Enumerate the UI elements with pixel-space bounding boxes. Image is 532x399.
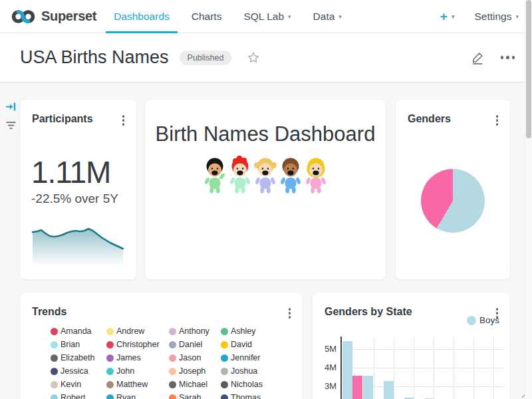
legend-item-amanda[interactable]: Amanda [51, 325, 106, 338]
gridline-x [434, 336, 434, 399]
legend-dot [221, 341, 228, 348]
dashboard-canvas: Participants 1.11M -22.5% over 5Y Birth … [0, 82, 532, 399]
legend-item-jason[interactable]: Jason [169, 351, 221, 364]
legend-dot [221, 368, 228, 375]
gridline-x [414, 336, 414, 399]
superset-app: Superset DashboardsChartsSQL Lab▾Data▾ +… [0, 0, 532, 399]
y-axis [340, 336, 342, 399]
legend-item-matthew[interactable]: Matthew [106, 378, 169, 391]
genders-pie-chart[interactable] [421, 169, 485, 233]
legend-item-andrew[interactable]: Andrew [106, 325, 169, 338]
chart-title: Genders by State [325, 306, 412, 318]
status-badge[interactable]: Published [180, 51, 232, 65]
legend-dot [51, 394, 58, 399]
favorite-star-icon[interactable] [246, 51, 261, 65]
legend-item-kevin[interactable]: Kevin [51, 378, 106, 391]
legend-item-brian[interactable]: Brian [51, 338, 106, 351]
y-tick-label: 3M [313, 381, 336, 391]
legend-dot [106, 341, 114, 348]
chevron-down-icon: ▾ [515, 13, 519, 20]
legend-item-ashley[interactable]: Ashley [221, 325, 281, 338]
legend-item-joseph[interactable]: Joseph [169, 364, 221, 378]
gridline-y [341, 368, 504, 368]
legend-dot [221, 354, 228, 362]
bar-boys-0[interactable] [342, 341, 352, 399]
legend-item-john[interactable]: John [106, 364, 169, 378]
superset-logo-icon[interactable] [11, 7, 36, 27]
legend-item-joshua[interactable]: Joshua [221, 364, 281, 378]
y-tick-label: 4M [313, 362, 336, 372]
legend-item-thomas[interactable]: Thomas [221, 391, 281, 399]
legend-dot [169, 328, 176, 335]
legend-dot [51, 341, 58, 348]
legend-item-boys[interactable]: Boys [467, 315, 499, 325]
legend-item-jennifer[interactable]: Jennifer [221, 351, 281, 364]
legend-dot [221, 394, 228, 399]
markdown-title: Birth Names Dashboard [145, 122, 386, 146]
nav-item-data[interactable]: Data▾ [313, 0, 342, 33]
legend-item-james[interactable]: James [106, 351, 169, 364]
chevron-down-icon: ▾ [452, 13, 455, 20]
chart-card-trends: Trends AmandaAndrewAnthonyAshleyBrianChr… [20, 293, 303, 399]
expand-filter-bar-icon[interactable] [5, 101, 17, 115]
legend-dot [51, 368, 58, 375]
chart-title: Participants [32, 113, 93, 125]
gridline-x [454, 336, 454, 399]
page-title: USA Births Names [20, 47, 169, 68]
header-actions [471, 51, 515, 65]
chart-menu-kebab-icon[interactable] [492, 113, 503, 128]
more-options-icon[interactable] [501, 53, 515, 62]
legend-dot [106, 328, 114, 335]
gridline-x [493, 336, 494, 399]
legend-dot [106, 381, 114, 388]
plus-icon: + [440, 9, 448, 24]
legend-dot [221, 328, 228, 335]
navbar-right: + ▾ Settings ▾ [440, 9, 519, 24]
legend-dot [467, 316, 476, 325]
legend-dot [169, 341, 176, 348]
legend-item-jessica[interactable]: Jessica [51, 364, 106, 378]
gridline-x [374, 336, 374, 399]
legend-dot [106, 394, 114, 399]
gridline-x [394, 336, 394, 399]
edit-dashboard-icon[interactable] [471, 51, 485, 65]
legend-item-michael[interactable]: Michael [169, 378, 221, 391]
bar-boys-2[interactable] [384, 381, 394, 399]
legend-item-ryan[interactable]: Ryan [106, 391, 169, 399]
legend-dot [169, 368, 176, 375]
legend-dot [51, 381, 58, 388]
scrollbar-thumb[interactable] [526, 0, 531, 138]
settings-menu[interactable]: Settings ▾ [474, 11, 519, 23]
legend-dot [106, 368, 114, 375]
legend-item-robert[interactable]: Robert [51, 391, 106, 399]
legend-dot [51, 328, 58, 335]
legend-item-elizabeth[interactable]: Elizabeth [51, 351, 106, 364]
legend-item-nicholas[interactable]: Nicholas [221, 378, 281, 391]
new-item-button[interactable]: + ▾ [440, 9, 455, 24]
chart-menu-kebab-icon[interactable] [285, 306, 295, 321]
legend-dot [51, 354, 58, 362]
nav-item-sql-lab[interactable]: SQL Lab▾ [243, 0, 291, 33]
filter-funnel-icon[interactable] [5, 120, 17, 133]
chart-menu-kebab-icon[interactable] [118, 113, 129, 128]
legend-dot [169, 394, 176, 399]
legend-item-daniel[interactable]: Daniel [169, 338, 221, 351]
chart-title: Trends [32, 306, 66, 318]
nav-item-dashboards[interactable]: Dashboards [114, 0, 170, 33]
legend-item-sarah[interactable]: Sarah [169, 391, 221, 399]
legend-dot [221, 381, 228, 388]
legend-item-anthony[interactable]: Anthony [169, 325, 221, 338]
trendline-chart[interactable] [31, 227, 125, 266]
brand-name[interactable]: Superset [41, 9, 96, 24]
nav-item-charts[interactable]: Charts [192, 0, 222, 33]
bar-girls-0[interactable] [352, 376, 362, 399]
chart-card-genders: Genders [396, 100, 510, 279]
legend-dot [169, 381, 176, 388]
y-tick-label: 5M [313, 344, 336, 354]
bar-boys-1[interactable] [363, 376, 373, 399]
chart-title: Genders [408, 113, 451, 125]
legend-item-david[interactable]: David [221, 338, 281, 351]
legend-dot [169, 354, 176, 362]
legend-item-christopher[interactable]: Christopher [106, 338, 169, 351]
main-nav: DashboardsChartsSQL Lab▾Data▾ [114, 0, 364, 33]
